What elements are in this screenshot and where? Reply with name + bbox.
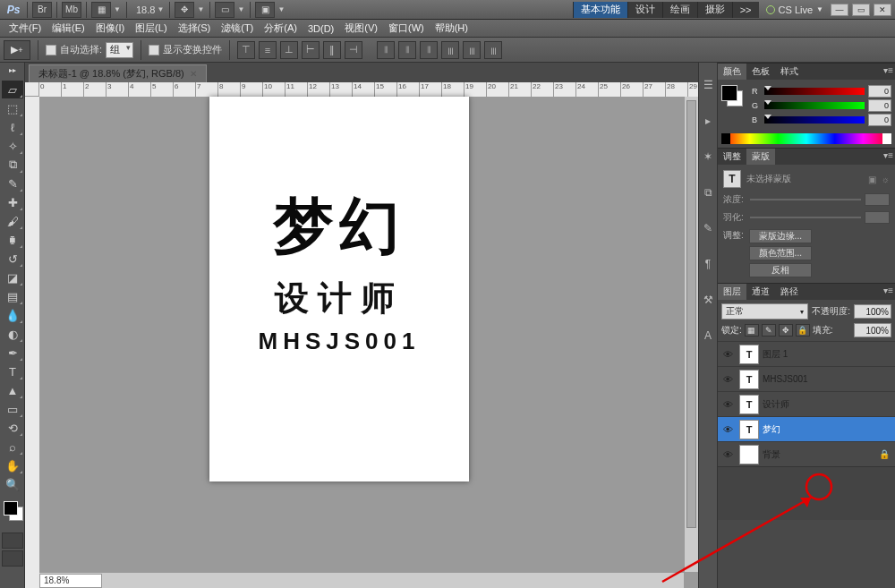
cslive-button[interactable]: CS Live ▼ xyxy=(766,4,823,15)
brush-tool[interactable]: 🖌 xyxy=(2,212,23,230)
workspace-design[interactable]: 设计 xyxy=(627,2,662,18)
clone-source-panel-icon[interactable]: ⧉ xyxy=(700,184,716,200)
tools-collapse-icon[interactable]: ▸▸ xyxy=(0,64,24,75)
layers-panel-menu-icon[interactable]: ▾≡ xyxy=(883,285,893,295)
align-right-button[interactable]: ⊣ xyxy=(345,41,362,59)
align-bottom-button[interactable]: ⊥ xyxy=(280,41,298,59)
ruler-origin[interactable] xyxy=(25,82,39,97)
layer-visibility-icon[interactable]: 👁 xyxy=(720,449,736,460)
lock-position-icon[interactable]: ✥ xyxy=(779,324,793,337)
layer-visibility-icon[interactable]: 👁 xyxy=(720,399,736,410)
distribute-top-button[interactable]: ⫴ xyxy=(377,41,395,59)
menu-edit[interactable]: 编辑(E) xyxy=(47,21,90,35)
g-value[interactable]: 0 xyxy=(868,99,891,112)
menu-file[interactable]: 文件(F) xyxy=(4,21,47,35)
invert-button[interactable]: 反相 xyxy=(749,263,812,277)
opacity-value[interactable]: 100% xyxy=(854,304,891,319)
r-slider[interactable] xyxy=(764,88,865,95)
crop-tool[interactable]: ⧉ xyxy=(2,156,23,174)
arrange-dropdown[interactable]: ▼ xyxy=(235,5,246,13)
tab-masks[interactable]: 蒙版 xyxy=(746,149,775,165)
menu-help[interactable]: 帮助(H) xyxy=(430,21,473,35)
restore-button[interactable]: ▭ xyxy=(852,4,870,16)
character-panel-icon[interactable]: A xyxy=(700,328,716,344)
layer-row[interactable]: 👁T图层 1 xyxy=(718,341,895,366)
layer-visibility-icon[interactable]: 👁 xyxy=(720,349,736,360)
blend-mode-dropdown[interactable]: 正常▾ xyxy=(721,303,808,320)
layer-visibility-icon[interactable]: 👁 xyxy=(720,374,736,385)
density-slider[interactable] xyxy=(750,199,861,200)
zoom-tool[interactable]: 🔍 xyxy=(2,475,23,493)
lock-transparent-icon[interactable]: ▦ xyxy=(745,324,759,337)
canvas-viewport[interactable]: 梦幻 设计师 MHSJS001 xyxy=(39,97,698,588)
quick-mask-button[interactable] xyxy=(2,533,23,549)
color-range-button[interactable]: 颜色范围... xyxy=(749,246,812,260)
r-value[interactable]: 0 xyxy=(868,85,891,98)
align-hcenter-button[interactable]: ‖ xyxy=(323,41,341,59)
tab-layers[interactable]: 图层 xyxy=(718,284,746,300)
tool-presets-icon[interactable]: ⚒ xyxy=(700,292,716,308)
scrollbar-vertical[interactable] xyxy=(684,97,698,572)
lock-all-icon[interactable]: 🔒 xyxy=(796,324,810,337)
feather-slider[interactable] xyxy=(750,217,861,218)
color-panel-swatches[interactable] xyxy=(721,85,746,108)
menu-select[interactable]: 选择(S) xyxy=(173,21,217,35)
minibridge-button[interactable]: Mb xyxy=(62,2,81,18)
menu-analysis[interactable]: 分析(A) xyxy=(259,21,303,35)
distribute-vcenter-button[interactable]: ⫴ xyxy=(398,41,416,59)
tab-channels[interactable]: 通道 xyxy=(746,284,775,300)
tab-swatches[interactable]: 色板 xyxy=(746,64,775,80)
tab-paths[interactable]: 路径 xyxy=(775,284,804,300)
layer-row[interactable]: 👁TMHSJS001 xyxy=(718,366,895,391)
healing-brush-tool[interactable]: ✚ xyxy=(2,193,23,211)
3d-camera-tool[interactable]: ⌕ xyxy=(2,438,23,456)
menu-3d[interactable]: 3D(D) xyxy=(303,23,339,34)
view-extras-dropdown[interactable]: ▼ xyxy=(112,5,123,13)
dodge-tool[interactable]: ◐ xyxy=(2,325,23,343)
eyedropper-tool[interactable]: ✎ xyxy=(2,175,23,192)
distribute-right-button[interactable]: ⫼ xyxy=(484,41,502,59)
paragraph-panel-icon[interactable]: ¶ xyxy=(700,256,716,272)
mask-edge-button[interactable]: 蒙版边缘... xyxy=(749,229,812,243)
menu-filter[interactable]: 滤镜(T) xyxy=(216,21,259,35)
hand-tool[interactable]: ✋ xyxy=(2,456,23,474)
history-brush-tool[interactable]: ↺ xyxy=(2,250,23,268)
pixel-mask-icon[interactable]: ▣ xyxy=(868,175,876,184)
color-panel-menu-icon[interactable]: ▾≡ xyxy=(883,65,893,75)
mask-panel-menu-icon[interactable]: ▾≡ xyxy=(883,150,893,160)
screen-mode-button[interactable]: ▣ xyxy=(255,2,275,18)
color-panel-fg[interactable] xyxy=(721,85,737,101)
color-swatches[interactable] xyxy=(2,499,22,524)
color-ramp[interactable] xyxy=(721,133,891,144)
brush-presets-icon[interactable]: ✎ xyxy=(700,220,716,236)
history-panel-icon[interactable]: ☰ xyxy=(700,77,716,93)
marquee-tool[interactable]: ⬚ xyxy=(2,99,23,117)
distribute-left-button[interactable]: ⫼ xyxy=(441,41,459,59)
eraser-tool[interactable]: ◪ xyxy=(2,268,23,286)
path-selection-tool[interactable]: ▲ xyxy=(2,381,23,399)
layer-row[interactable]: 👁T梦幻 xyxy=(718,416,895,441)
menu-view[interactable]: 视图(V) xyxy=(339,21,383,35)
vector-mask-icon[interactable]: ☼ xyxy=(882,175,890,184)
workspace-painting[interactable]: 绘画 xyxy=(662,2,697,18)
lasso-tool[interactable]: ℓ xyxy=(2,118,23,136)
workspace-essentials[interactable]: 基本功能 xyxy=(573,2,627,18)
b-slider[interactable] xyxy=(764,116,865,124)
foreground-color[interactable] xyxy=(4,501,18,516)
lock-image-icon[interactable]: ✎ xyxy=(762,324,776,337)
view-extras-button[interactable]: ▦ xyxy=(91,2,111,18)
tab-adjustments[interactable]: 调整 xyxy=(718,149,746,165)
menu-window[interactable]: 窗口(W) xyxy=(383,21,430,35)
auto-select-dropdown[interactable]: 组 xyxy=(106,42,133,58)
ruler-vertical[interactable] xyxy=(25,97,39,588)
canvas[interactable]: 梦幻 设计师 MHSJS001 xyxy=(209,97,469,481)
layer-row[interactable]: 👁背景🔒 xyxy=(718,441,895,466)
distribute-hcenter-button[interactable]: ⫼ xyxy=(463,41,481,59)
move-tool[interactable]: ▱ xyxy=(2,81,23,98)
workspace-more[interactable]: >> xyxy=(732,2,759,18)
hand-dropdown[interactable]: ▼ xyxy=(195,5,206,13)
zoom-level[interactable]: 18.8 xyxy=(136,4,155,15)
actions-panel-icon[interactable]: ▸ xyxy=(700,113,716,129)
bridge-button[interactable]: Br xyxy=(32,2,52,18)
tab-color[interactable]: 颜色 xyxy=(718,64,746,80)
